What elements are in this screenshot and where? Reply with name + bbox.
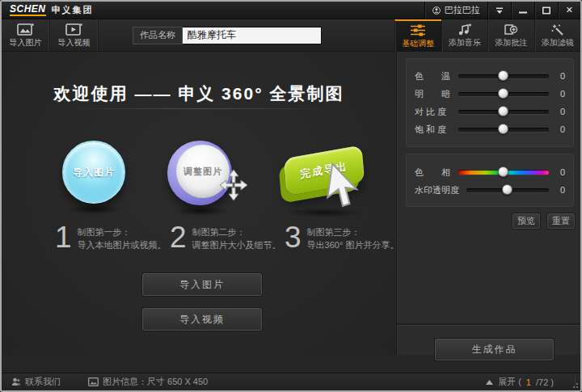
reset-button[interactable]: 重置	[547, 213, 575, 229]
image-info: 图片信息：尺寸 650 X 450	[88, 376, 208, 388]
basic-sliders-group: 色 温 0 明 暗 0 对 比 度 0 饱 和 度 0	[406, 58, 574, 147]
step-orb-adjust-label: 调整图片	[183, 166, 222, 178]
tab-add-filter-label: 添加滤镜	[542, 37, 574, 48]
saturation-slider-knob[interactable]	[498, 124, 508, 134]
toolbar: 导入图片 导入视频 作品名称	[2, 19, 580, 52]
saturation-slider[interactable]	[458, 128, 549, 132]
step-orb-import-label: 导入图片	[73, 166, 115, 179]
import-video-label: 导入视频	[58, 37, 91, 48]
close-icon: ✕	[566, 5, 573, 15]
preview-button[interactable]: 预览	[512, 213, 540, 229]
statusbar: 联系我们 图片信息：尺寸 650 X 450 展开 ( 1/72 )	[2, 373, 580, 390]
user-name: 巴拉巴拉	[445, 4, 480, 16]
welcome-divider	[62, 108, 337, 109]
step-2: 2 制图第二步： 调整图片大小及细节。	[170, 223, 281, 252]
minimize-button[interactable]	[511, 2, 534, 19]
hue-label: 色 相	[415, 166, 457, 179]
import-image-label: 导入图片	[10, 37, 42, 48]
import-image-toolbutton[interactable]: 导入图片	[2, 19, 50, 51]
watermark-slider[interactable]	[466, 188, 549, 192]
brightness-value: 0	[555, 89, 565, 99]
step-3: 3 制图第三步： 导出360° 图片并分享。	[285, 223, 399, 252]
tab-add-music[interactable]: 添加音乐	[441, 19, 488, 52]
temp-value: 0	[555, 71, 565, 81]
image-info-text: 图片信息：尺寸 650 X 450	[103, 376, 208, 388]
import-image-button[interactable]: 导入图片	[142, 273, 262, 296]
work-name-input[interactable]	[183, 27, 322, 44]
hue-slider-knob[interactable]	[498, 166, 508, 177]
work-name-label: 作品名称	[133, 27, 183, 44]
temp-label: 色 温	[415, 70, 457, 82]
user-account-button[interactable]: 巴拉巴拉	[424, 2, 487, 19]
import-video-icon	[65, 22, 83, 36]
tab-add-music-label: 添加音乐	[449, 37, 481, 48]
tab-add-annotation[interactable]: 添加批注	[487, 19, 534, 52]
magic-wand-icon	[550, 23, 565, 36]
hue-watermark-group: 色 相 0 水印透明度 0	[406, 154, 574, 207]
contrast-slider[interactable]	[458, 110, 549, 114]
watermark-value: 0	[555, 185, 565, 195]
contrast-label: 对 比 度	[415, 106, 457, 118]
step-1-line2: 导入本地图片或视频。	[78, 238, 167, 251]
hue-slider[interactable]	[458, 170, 549, 175]
move-arrows-icon	[218, 168, 249, 202]
tab-add-filter[interactable]: 添加滤镜	[534, 19, 581, 52]
skin-dropdown-icon	[496, 6, 504, 15]
annotation-icon	[504, 23, 518, 36]
app-window: SCHEN 申义集团 巴拉巴拉	[0, 0, 582, 392]
main-canvas: 欢迎使用 —— 申义 360° 全景制图 导入图片 调整图片	[2, 52, 397, 355]
step-3-line1: 制图第三步：	[307, 226, 399, 238]
step-orb-import[interactable]: 导入图片	[62, 141, 125, 204]
import-video-toolbutton[interactable]: 导入视频	[50, 19, 99, 51]
step-1: 1 制图第一步： 导入本地图片或视频。	[55, 223, 167, 252]
welcome-title: 欢迎使用 —— 申义 360° 全景制图	[2, 82, 396, 105]
tab-basic-adjust[interactable]: 基础调整	[394, 19, 441, 52]
contact-us-button[interactable]: 联系我们	[11, 376, 61, 388]
temp-slider-knob[interactable]	[498, 70, 508, 81]
saturation-value: 0	[555, 124, 565, 134]
step-2-number: 2	[170, 223, 187, 252]
step-1-line1: 制图第一步：	[78, 226, 167, 238]
close-button[interactable]: ✕	[558, 2, 580, 19]
minimize-icon	[519, 6, 527, 15]
brightness-slider-knob[interactable]	[498, 88, 508, 99]
person-icon	[11, 377, 21, 386]
hue-value: 0	[555, 167, 565, 177]
watermark-label: 水印透明度	[415, 184, 465, 196]
resize-grip[interactable]	[571, 381, 578, 388]
expand-arrow-icon	[486, 380, 493, 385]
app-logo: SCHEN 申义集团	[2, 4, 94, 16]
expand-label: 展开 (	[498, 376, 521, 388]
maximize-icon	[542, 6, 550, 15]
watermark-slider-knob[interactable]	[502, 184, 512, 195]
step-3-line2: 导出360° 图片并分享。	[307, 238, 399, 251]
image-info-icon	[88, 377, 99, 386]
generate-button[interactable]: 生成作品	[435, 339, 554, 360]
user-icon	[432, 6, 441, 15]
cursor-arrow-icon	[323, 163, 365, 210]
step-1-number: 1	[55, 223, 72, 252]
brightness-slider[interactable]	[458, 92, 549, 96]
step-2-line1: 制图第二步：	[192, 226, 281, 238]
step-2-line2: 调整图片大小及细节。	[192, 238, 281, 251]
maximize-button[interactable]	[534, 2, 558, 19]
step-3-number: 3	[285, 223, 302, 252]
sliders-icon	[410, 24, 426, 36]
brand-logo: SCHEN	[10, 4, 46, 16]
company-name: 申义集团	[52, 4, 94, 16]
temp-slider[interactable]	[458, 74, 549, 78]
orb-shadow	[173, 206, 230, 216]
saturation-label: 饱 和 度	[415, 124, 457, 136]
contrast-value: 0	[555, 107, 565, 116]
expand-control[interactable]: 展开 ( 1/72 )	[486, 376, 576, 388]
skin-menu-button[interactable]	[487, 2, 511, 19]
tab-basic-adjust-label: 基础调整	[402, 38, 434, 49]
titlebar: SCHEN 申义集团 巴拉巴拉	[2, 2, 580, 19]
contrast-slider-knob[interactable]	[498, 106, 508, 116]
adjustment-panel: 色 温 0 明 暗 0 对 比 度 0 饱 和 度 0	[397, 52, 580, 355]
tab-add-annotation-label: 添加批注	[495, 37, 527, 48]
contact-us-label: 联系我们	[25, 376, 61, 388]
import-video-button[interactable]: 导入视频	[142, 308, 262, 331]
expand-page: 1	[526, 377, 531, 387]
orb-shadow	[66, 204, 123, 214]
